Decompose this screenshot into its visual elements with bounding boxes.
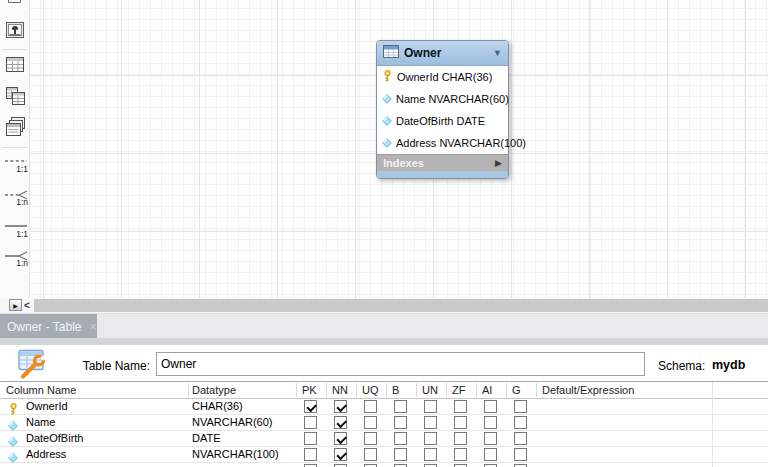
cell-column-name[interactable]: OwnerId xyxy=(26,400,68,412)
checkbox-uq[interactable] xyxy=(364,448,377,461)
checkbox-b[interactable] xyxy=(394,416,407,429)
grid-column-separator xyxy=(712,382,713,467)
cell-datatype[interactable]: CHAR(36) xyxy=(192,400,243,412)
checkbox-uq[interactable] xyxy=(364,416,377,429)
editor-tabbar: Owner - Table × xyxy=(0,313,768,338)
rel-tool-label: 1:n xyxy=(16,197,28,207)
checkbox-g[interactable] xyxy=(514,400,527,413)
grid-row-new[interactable] xyxy=(0,463,768,467)
note-tool-icon[interactable] xyxy=(6,0,25,6)
checkbox-zf[interactable] xyxy=(454,432,467,445)
expand-icon[interactable]: ▶ xyxy=(495,158,502,168)
cell-column-name[interactable]: Name xyxy=(26,416,55,428)
table-figure-owner[interactable]: Owner ▼ OwnerId CHAR(36)Name NVARCHAR(60… xyxy=(376,40,509,179)
grid-header-b[interactable]: B xyxy=(392,384,399,396)
checkbox-g[interactable] xyxy=(514,416,527,429)
checkbox-b[interactable] xyxy=(394,400,407,413)
checkbox-zf[interactable] xyxy=(454,400,467,413)
cell-datatype[interactable]: DATE xyxy=(192,432,221,444)
rel-one-to-many-identifying-tool[interactable]: 1:n xyxy=(3,249,29,275)
table-name-input[interactable] xyxy=(156,352,645,376)
grid-header-ai[interactable]: AI xyxy=(482,384,492,396)
cell-datatype[interactable]: NVARCHAR(100) xyxy=(192,448,279,460)
grid-header-separator xyxy=(356,383,357,397)
grid-header-separator xyxy=(506,383,507,397)
checkbox-pk[interactable] xyxy=(304,400,317,413)
table-figure-header[interactable]: Owner ▼ xyxy=(377,41,508,66)
table-editor-panel: Table Name: Schema: mydb Column NameData… xyxy=(0,345,768,467)
checkbox-b[interactable] xyxy=(394,448,407,461)
grid-header-default-expression[interactable]: Default/Expression xyxy=(542,384,634,396)
checkbox-nn[interactable] xyxy=(334,416,347,429)
indexes-section[interactable]: Indexes ▶ xyxy=(377,154,508,171)
checkbox-pk[interactable] xyxy=(304,432,317,445)
primary-key-icon xyxy=(382,68,393,86)
column-icon xyxy=(382,134,392,152)
grid-header-un[interactable]: UN xyxy=(422,384,438,396)
tab-owner-table[interactable]: Owner - Table × xyxy=(0,314,97,339)
grid-header-datatype[interactable]: Datatype xyxy=(192,384,236,396)
canvas-hscrollbar: ▶ < xyxy=(0,298,768,313)
checkbox-uq[interactable] xyxy=(364,400,377,413)
scroll-left-icon[interactable]: < xyxy=(24,298,33,312)
grid-row-address[interactable]: AddressNVARCHAR(100) xyxy=(0,447,768,463)
sidebar-toggle-button[interactable]: ▶ xyxy=(9,299,22,311)
checkbox-g[interactable] xyxy=(514,432,527,445)
checkbox-ai[interactable] xyxy=(484,448,497,461)
column-icon xyxy=(382,90,392,108)
checkbox-nn[interactable] xyxy=(334,432,347,445)
grid-header-pk[interactable]: PK xyxy=(302,384,317,396)
grid-row-ownerid[interactable]: OwnerIdCHAR(36) xyxy=(0,399,768,415)
cell-datatype[interactable]: NVARCHAR(60) xyxy=(192,416,272,428)
place-table-tool-icon[interactable] xyxy=(6,57,25,76)
columns-grid: Column NameDatatypePKNNUQBUNZFAIGDefault… xyxy=(0,381,768,467)
checkbox-pk[interactable] xyxy=(304,448,317,461)
checkbox-uq[interactable] xyxy=(364,432,377,445)
grid-header-separator xyxy=(188,383,189,397)
grid-header-zf[interactable]: ZF xyxy=(452,384,465,396)
rel-one-to-many-nonidentifying-tool[interactable]: 1:n xyxy=(3,188,29,214)
table-figure-column[interactable]: Address NVARCHAR(100) xyxy=(377,132,508,154)
checkbox-zf[interactable] xyxy=(454,416,467,429)
place-routine-group-tool-icon[interactable] xyxy=(6,117,25,136)
cell-column-name[interactable]: Address xyxy=(26,448,66,460)
rel-tool-label: 1:1 xyxy=(16,229,28,239)
column-definition-label: Name NVARCHAR(60) xyxy=(396,93,509,105)
hscrollbar-thumb[interactable] xyxy=(34,299,768,312)
checkbox-ai[interactable] xyxy=(484,416,497,429)
table-figure-column[interactable]: Name NVARCHAR(60) xyxy=(377,88,508,110)
grid-header-uq[interactable]: UQ xyxy=(362,384,379,396)
grid-row-name[interactable]: NameNVARCHAR(60) xyxy=(0,415,768,431)
checkbox-un[interactable] xyxy=(424,416,437,429)
place-view-tool-icon[interactable] xyxy=(6,87,25,106)
image-tool-icon[interactable] xyxy=(6,22,25,41)
grid-header-g[interactable]: G xyxy=(512,384,521,396)
tab-label: Owner - Table xyxy=(7,320,81,334)
table-figure-columns: OwnerId CHAR(36)Name NVARCHAR(60)DateOfB… xyxy=(377,66,508,154)
cell-column-name[interactable]: DateOfBirth xyxy=(26,432,83,444)
tabbar-bottom-strip xyxy=(0,338,768,345)
grid-row-dateofbirth[interactable]: DateOfBirthDATE xyxy=(0,431,768,447)
collapse-icon[interactable]: ▼ xyxy=(493,48,502,58)
grid-header-column-name[interactable]: Column Name xyxy=(6,384,76,396)
grid-header-separator xyxy=(446,383,447,397)
schema-label: Schema: xyxy=(658,359,705,373)
checkbox-un[interactable] xyxy=(424,432,437,445)
checkbox-g[interactable] xyxy=(514,448,527,461)
checkbox-un[interactable] xyxy=(424,400,437,413)
checkbox-ai[interactable] xyxy=(484,400,497,413)
checkbox-pk[interactable] xyxy=(304,416,317,429)
checkbox-ai[interactable] xyxy=(484,432,497,445)
rel-one-to-one-identifying-tool[interactable]: 1:1 xyxy=(3,220,29,246)
table-figure-column[interactable]: OwnerId CHAR(36) xyxy=(377,66,508,88)
table-figure-title: Owner xyxy=(404,46,488,60)
checkbox-nn[interactable] xyxy=(334,448,347,461)
checkbox-un[interactable] xyxy=(424,448,437,461)
tab-close-icon[interactable]: × xyxy=(89,320,96,334)
checkbox-nn[interactable] xyxy=(334,400,347,413)
rel-one-to-one-nonidentifying-tool[interactable]: 1:1 xyxy=(3,155,29,181)
checkbox-zf[interactable] xyxy=(454,448,467,461)
table-figure-column[interactable]: DateOfBirth DATE xyxy=(377,110,508,132)
grid-header-nn[interactable]: NN xyxy=(332,384,348,396)
checkbox-b[interactable] xyxy=(394,432,407,445)
